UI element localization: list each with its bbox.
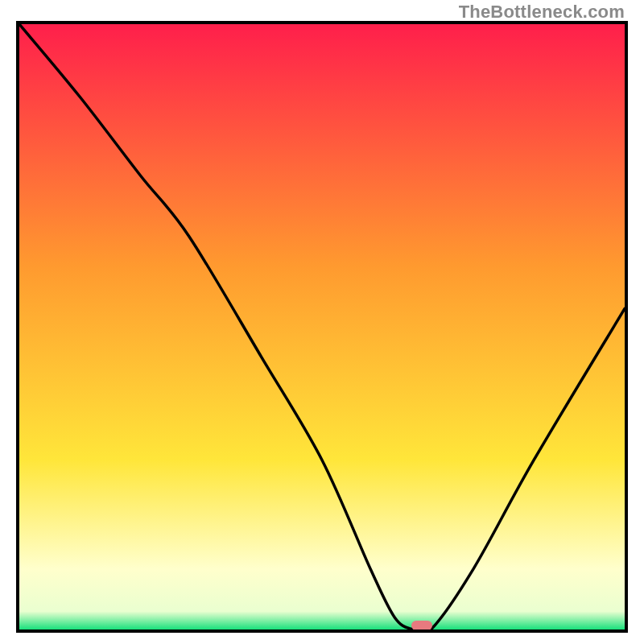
optimal-marker	[411, 621, 432, 630]
curve-path	[19, 24, 625, 630]
bottleneck-curve	[19, 24, 625, 630]
chart-frame	[16, 21, 628, 633]
watermark-text: TheBottleneck.com	[459, 2, 625, 23]
